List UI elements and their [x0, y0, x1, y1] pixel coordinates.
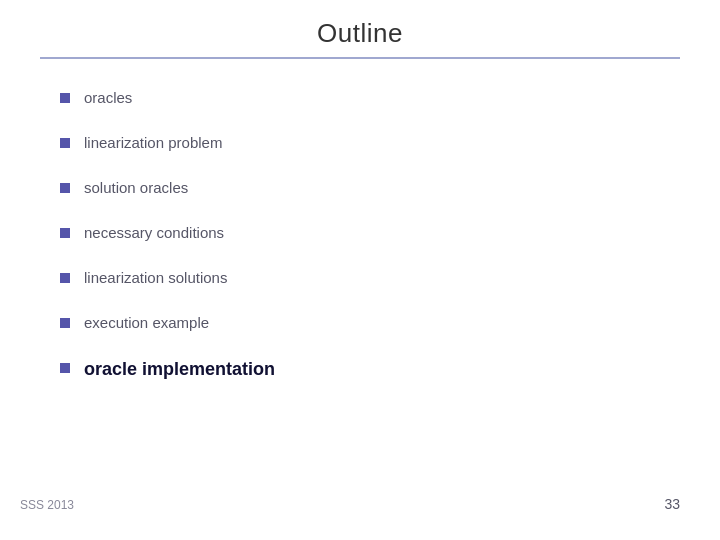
bullet-icon — [60, 183, 70, 193]
item-label-oracle-implementation: oracle implementation — [84, 359, 275, 380]
content-area: oracles linearization problem solution o… — [0, 69, 720, 380]
title-underline — [40, 57, 680, 59]
title-area: Outline — [0, 0, 720, 69]
bullet-icon — [60, 318, 70, 328]
item-label-linearization-problem: linearization problem — [84, 134, 222, 151]
item-label-execution-example: execution example — [84, 314, 209, 331]
slide-title: Outline — [0, 18, 720, 49]
bullet-icon — [60, 273, 70, 283]
bullet-icon — [60, 363, 70, 373]
bullet-icon — [60, 138, 70, 148]
list-item: linearization problem — [60, 134, 660, 151]
item-label-oracles: oracles — [84, 89, 132, 106]
list-item: oracle implementation — [60, 359, 660, 380]
slide-number: 33 — [664, 496, 680, 512]
item-label-solution-oracles: solution oracles — [84, 179, 188, 196]
item-label-necessary-conditions: necessary conditions — [84, 224, 224, 241]
list-item: linearization solutions — [60, 269, 660, 286]
slide: Outline oracles linearization problem so… — [0, 0, 720, 540]
item-label-linearization-solutions: linearization solutions — [84, 269, 227, 286]
bullet-icon — [60, 228, 70, 238]
list-item: oracles — [60, 89, 660, 106]
list-item: solution oracles — [60, 179, 660, 196]
list-item: execution example — [60, 314, 660, 331]
list-item: necessary conditions — [60, 224, 660, 241]
bullet-icon — [60, 93, 70, 103]
footer-label: SSS 2013 — [20, 498, 74, 512]
